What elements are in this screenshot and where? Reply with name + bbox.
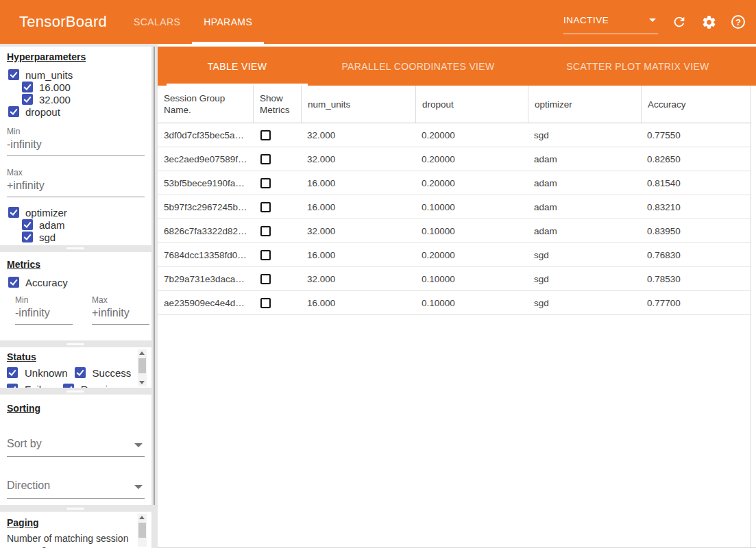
session-group-name: 7b29a731e3daca…	[158, 274, 253, 284]
num-units-32-label: 32.000	[39, 94, 71, 105]
tab-parallel-coordinates-label: PARALLEL COORDINATES VIEW	[341, 61, 494, 72]
dropout-min-input[interactable]: -infinity	[7, 136, 145, 156]
accuracy-cell: 0.77550	[641, 130, 751, 140]
num-units-cell: 32.000	[301, 226, 415, 236]
sort-by-select[interactable]: Sort by	[7, 435, 145, 457]
status-row: Unknown Success	[7, 366, 151, 379]
hparams-main: TABLE VIEW PARALLEL COORDINATES VIEW SCA…	[158, 44, 756, 548]
status-failure-label: Failure	[25, 384, 56, 388]
accuracy-max-input[interactable]: +infinity	[92, 305, 149, 325]
tab-hparams[interactable]: HPARAMS	[192, 0, 264, 44]
optimizer-adam-checkbox[interactable]	[22, 219, 33, 230]
status-unknown-checkbox[interactable]	[7, 367, 18, 378]
hparams-sidebar: Hyperparameters num_units 16.000 32.000 …	[0, 44, 158, 548]
tab-table-view-label: TABLE VIEW	[208, 61, 267, 72]
status-failure-checkbox[interactable]	[7, 384, 18, 388]
show-metrics-cell	[253, 250, 301, 260]
dropout-cell: 0.20000	[415, 178, 528, 188]
refresh-button[interactable]	[671, 14, 687, 30]
matching-groups-count: Number of matching session groups: 8	[7, 532, 136, 548]
num-units-cell: 16.000	[301, 250, 415, 260]
panel-resize-handle[interactable]	[66, 508, 84, 510]
metrics-panel: Metrics Accuracy Min -infinity Max +infi…	[0, 252, 151, 340]
show-metrics-cell	[253, 298, 301, 308]
dropout-checkbox[interactable]	[8, 106, 19, 117]
show-metrics-checkbox[interactable]	[260, 250, 271, 260]
column-header-show-metrics[interactable]: Show Metrics	[253, 86, 301, 123]
help-button[interactable]: ?	[730, 14, 746, 30]
accuracy-cell: 0.83950	[641, 226, 751, 236]
scroll-down-icon[interactable]	[139, 381, 145, 384]
app-logo: TensorBoard	[19, 13, 107, 31]
show-metrics-checkbox[interactable]	[260, 178, 271, 188]
scroll-up-icon[interactable]	[139, 516, 145, 519]
scrollbar-thumb[interactable]	[138, 523, 146, 538]
dropout-max-input[interactable]: +infinity	[7, 177, 145, 197]
topbar-actions: INACTIVE ?	[563, 0, 746, 44]
num-units-checkbox[interactable]	[8, 69, 19, 80]
tab-parallel-coordinates-view[interactable]: PARALLEL COORDINATES VIEW	[317, 47, 520, 86]
scroll-up-icon[interactable]	[139, 351, 145, 355]
num-units-32-checkbox[interactable]	[22, 94, 33, 105]
num-units-16-checkbox[interactable]	[22, 82, 33, 92]
num-units-cell: 32.000	[301, 154, 415, 164]
panel-resize-handle[interactable]	[66, 343, 84, 345]
column-header-optimizer[interactable]: optimizer	[528, 86, 641, 123]
column-header-accuracy[interactable]: Accuracy	[641, 86, 751, 123]
accuracy-checkbox[interactable]	[8, 277, 19, 288]
show-metrics-checkbox[interactable]	[260, 202, 271, 212]
tab-scatter-plot-matrix-view[interactable]: SCATTER PLOT MATRIX VIEW	[520, 47, 756, 86]
optimizer-checkbox[interactable]	[8, 207, 19, 218]
reload-interval-select[interactable]: INACTIVE	[563, 14, 658, 34]
show-metrics-checkbox[interactable]	[260, 154, 271, 164]
dropout-max-field: Max +infinity	[7, 168, 145, 197]
session-group-name: 53bf5bece9190fa…	[158, 178, 253, 188]
panel-resize-handle[interactable]	[66, 247, 84, 249]
sidebar-scrollbar[interactable]	[154, 47, 155, 505]
accuracy-min-input[interactable]: -infinity	[15, 305, 73, 325]
sorting-panel: Sorting Sort by Direction	[0, 395, 151, 505]
status-success-checkbox[interactable]	[75, 367, 86, 378]
settings-button[interactable]	[700, 14, 717, 30]
chevron-down-icon	[134, 443, 143, 447]
dropout-label: dropout	[25, 106, 60, 118]
tab-scalars[interactable]: SCALARS	[122, 0, 192, 44]
accuracy-cell: 0.77700	[641, 298, 751, 308]
tab-table-view[interactable]: TABLE VIEW	[158, 47, 317, 86]
accuracy-cell: 0.76830	[641, 250, 751, 260]
column-header-session-group-name[interactable]: Session Group Name.	[158, 86, 253, 123]
reload-interval-value: INACTIVE	[563, 15, 609, 26]
status-scrollbar[interactable]	[138, 349, 147, 386]
sort-by-value: Sort by	[7, 438, 42, 449]
panel-resize-handle[interactable]	[66, 390, 84, 393]
optimizer-cell: sgd	[528, 130, 641, 140]
column-header-dropout[interactable]: dropout	[415, 86, 528, 123]
dropout-min-field: Min -infinity	[7, 127, 145, 156]
show-metrics-checkbox[interactable]	[260, 226, 271, 236]
session-group-name: 7684dcc13358fd0…	[158, 250, 253, 260]
table-row: 5b97f3c2967245b… 16.000 0.10000 adam 0.8…	[158, 195, 751, 219]
show-metrics-checkbox[interactable]	[260, 130, 271, 140]
session-group-name: ae235909ec4e4d…	[158, 298, 253, 308]
status-running-checkbox[interactable]	[63, 384, 74, 388]
column-header-num-units[interactable]: num_units	[301, 86, 415, 123]
num-units-cell: 16.000	[301, 298, 415, 308]
top-tabs: SCALARS HPARAMS	[122, 0, 264, 44]
min-label: Min	[7, 127, 145, 136]
scrollbar-thumb[interactable]	[138, 358, 146, 373]
hyperparameters-panel: Hyperparameters num_units 16.000 32.000 …	[0, 47, 151, 245]
accuracy-cell: 0.78530	[641, 274, 751, 284]
max-label: Max	[7, 168, 145, 177]
metrics-heading: Metrics	[7, 259, 151, 270]
chevron-down-icon	[134, 485, 143, 489]
num-units-cell: 16.000	[301, 202, 415, 212]
show-metrics-checkbox[interactable]	[260, 298, 271, 308]
direction-select[interactable]: Direction	[7, 477, 145, 499]
optimizer-sgd-checkbox[interactable]	[22, 232, 33, 242]
chevron-down-icon	[649, 18, 656, 22]
session-group-name: 5b97f3c2967245b…	[158, 202, 253, 212]
dropout-cell: 0.10000	[415, 202, 528, 212]
paging-scrollbar[interactable]	[138, 514, 147, 547]
show-metrics-checkbox[interactable]	[260, 274, 271, 284]
status-row: Failure Running	[7, 383, 151, 388]
